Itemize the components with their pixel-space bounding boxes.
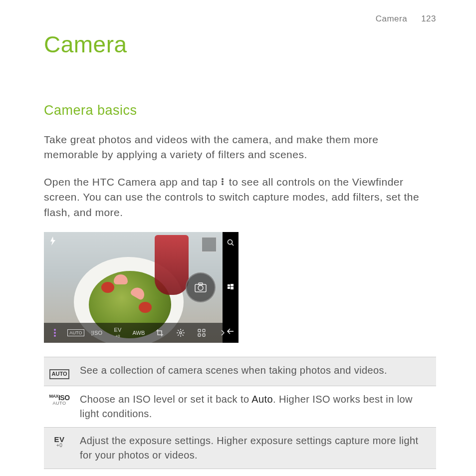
svg-rect-11 [231,287,234,289]
svg-rect-10 [228,287,230,289]
svg-rect-26 [198,334,201,336]
row-icon-auto: AUTO [44,357,76,386]
para2-part-a: Open the HTC Camera app and tap [44,176,221,188]
controls-reference-table: AUTO See a collection of camera scenes w… [44,357,436,469]
section-heading: Camera basics [44,103,436,118]
control-awb: AWB [132,323,146,343]
control-chevron-icon [216,323,230,343]
more-icon [221,178,226,186]
row-icon-iso: MAXISO AUTO [44,386,76,428]
svg-rect-25 [203,329,205,332]
svg-point-0 [222,178,224,180]
control-modes-icon [195,323,209,343]
table-row: MAXISO AUTO Choose an ISO level or set i… [44,386,436,428]
svg-rect-24 [198,329,201,332]
svg-rect-8 [228,284,230,286]
control-crop-icon [153,323,167,343]
header-page-number: 123 [421,14,436,23]
svg-line-21 [183,335,184,336]
svg-line-7 [232,244,234,246]
last-photo-thumb [202,237,217,252]
control-iso: ¦ISO [90,323,104,343]
viewfinder-screenshot: AUTO ¦ISO EV+0 AWB [44,232,238,343]
windows-icon [227,283,234,292]
svg-line-22 [178,335,179,336]
table-row: EV +0 Adjust the exposure settings. High… [44,428,436,469]
svg-rect-4 [199,283,203,285]
svg-point-13 [54,332,56,334]
shutter-button [186,272,216,302]
page-title: Camera [44,31,436,58]
svg-point-15 [180,332,182,334]
control-settings-icon [174,323,188,343]
search-icon [227,239,234,247]
svg-point-1 [222,181,224,183]
manual-page: Camera123 Camera Camera basics Take grea… [0,0,476,476]
intro-paragraph-2: Open the HTC Camera app and tap to see a… [44,175,436,220]
row-text: Adjust the exposure settings. Higher exp… [76,428,436,469]
flash-icon [48,236,58,246]
row-text: Choose an ISO level or set it back to Au… [76,386,436,428]
control-ev: EV+0 [111,323,125,343]
svg-point-2 [222,183,224,185]
table-row: AUTO See a collection of camera scenes w… [44,357,436,386]
row-text: See a collection of camera scenes when t… [76,357,436,386]
row-icon-ev: EV +0 [44,428,76,469]
camera-control-bar: AUTO ¦ISO EV+0 AWB [44,323,223,343]
svg-point-6 [228,240,233,244]
svg-point-12 [54,329,56,331]
svg-line-20 [178,330,179,331]
svg-rect-9 [231,284,234,286]
svg-line-23 [183,330,184,331]
running-header: Camera123 [44,14,436,24]
svg-rect-27 [203,334,205,336]
header-section: Camera [376,14,407,23]
intro-paragraph-1: Take great photos and videos with the ca… [44,132,436,163]
control-auto: AUTO [69,323,83,343]
svg-point-5 [198,285,203,290]
control-more-icon [48,323,62,343]
svg-point-14 [54,335,56,337]
